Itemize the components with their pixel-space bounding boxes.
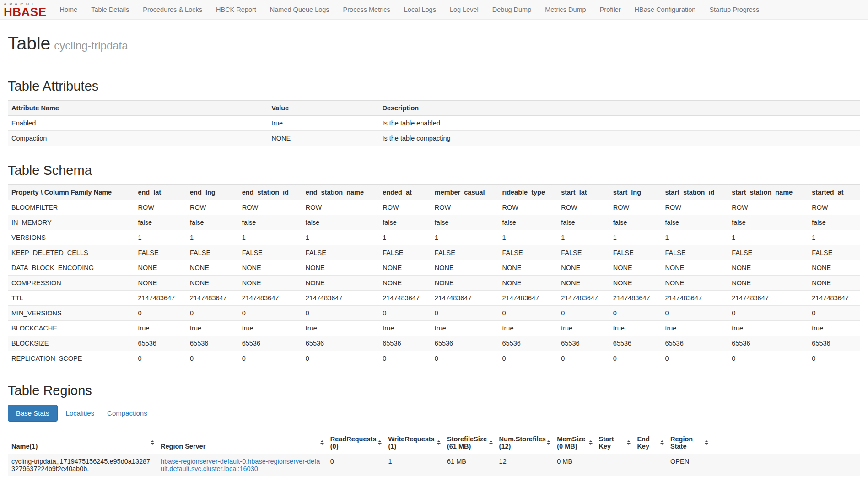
schema-value-cell: 0 bbox=[609, 306, 662, 321]
tab-base-stats[interactable]: Base Stats bbox=[8, 405, 58, 422]
schema-value-cell: 2147483647 bbox=[379, 291, 431, 306]
schema-value-cell: NONE bbox=[186, 260, 238, 276]
schema-value-cell: NONE bbox=[431, 260, 499, 276]
sort-up-arrow bbox=[320, 440, 324, 442]
regions-col-writerequests-1[interactable]: WriteRequests (1) bbox=[384, 432, 443, 454]
schema-row-blockcache: BLOCKCACHEtruetruetruetruetruetruetruetr… bbox=[8, 321, 860, 336]
attribute-name-cell: Compaction bbox=[8, 131, 268, 146]
schema-value-cell: ROW bbox=[808, 200, 860, 215]
regions-col-end-key[interactable]: End Key bbox=[633, 432, 667, 454]
schema-row-compression: COMPRESSIONNONENONENONENONENONENONENONEN… bbox=[8, 276, 860, 291]
nav-item-table-details[interactable]: Table Details bbox=[84, 0, 136, 19]
nav-item-startup-progress[interactable]: Startup Progress bbox=[702, 0, 766, 19]
schema-property-cell: DATA_BLOCK_ENCODING bbox=[8, 260, 134, 276]
schema-value-cell: 0 bbox=[431, 306, 499, 321]
schema-col-start-station-name: start_station_name bbox=[728, 185, 808, 200]
schema-value-cell: 0 bbox=[186, 306, 238, 321]
regions-table: Name(1)Region ServerReadRequests (0)Writ… bbox=[8, 432, 860, 476]
sort-down-arrow bbox=[660, 443, 664, 445]
region-server-link[interactable]: hbase-regionserver-default-0.hbase-regio… bbox=[161, 458, 320, 472]
schema-value-cell: 0 bbox=[238, 351, 302, 366]
schema-value-cell: 0 bbox=[379, 351, 431, 366]
schema-col-member-casual: member_casual bbox=[431, 185, 499, 200]
regions-col-storefilesize-61-mb[interactable]: StorefileSize (61 MB) bbox=[443, 432, 496, 454]
schema-value-cell: NONE bbox=[499, 276, 558, 291]
nav-item-debug-dump[interactable]: Debug Dump bbox=[485, 0, 538, 19]
sort-up-arrow bbox=[547, 440, 550, 442]
nav-item-metrics-dump[interactable]: Metrics Dump bbox=[538, 0, 593, 19]
region-filler-cell bbox=[711, 454, 860, 477]
nav-item-process-metrics[interactable]: Process Metrics bbox=[336, 0, 397, 19]
schema-value-cell: ROW bbox=[431, 200, 499, 215]
logo-hbase-text: HBASE bbox=[4, 6, 47, 18]
schema-value-cell: FALSE bbox=[499, 245, 558, 260]
schema-col-start-lat: start_lat bbox=[557, 185, 609, 200]
schema-value-cell: 2147483647 bbox=[302, 291, 379, 306]
schema-value-cell: 1 bbox=[728, 230, 808, 245]
schema-value-cell: FALSE bbox=[302, 245, 379, 260]
schema-row-bloomfilter: BLOOMFILTERROWROWROWROWROWROWROWROWROWRO… bbox=[8, 200, 860, 215]
nav-item-profiler[interactable]: Profiler bbox=[593, 0, 628, 19]
schema-value-cell: 0 bbox=[379, 306, 431, 321]
sort-up-arrow bbox=[489, 440, 493, 442]
tab-compactions[interactable]: Compactions bbox=[107, 409, 147, 417]
region-start-key-cell bbox=[595, 454, 634, 477]
schema-value-cell: true bbox=[134, 321, 186, 336]
schema-value-cell: 1 bbox=[431, 230, 499, 245]
schema-value-cell: false bbox=[609, 215, 662, 230]
schema-property-cell: IN_MEMORY bbox=[8, 215, 134, 230]
schema-value-cell: ROW bbox=[499, 200, 558, 215]
schema-value-cell: ROW bbox=[238, 200, 302, 215]
schema-value-cell: 0 bbox=[302, 306, 379, 321]
schema-value-cell: false bbox=[134, 215, 186, 230]
schema-value-cell: 0 bbox=[609, 351, 662, 366]
regions-col-label: ReadRequests (0) bbox=[330, 435, 377, 450]
nav-item-home[interactable]: Home bbox=[53, 0, 85, 19]
schema-row-min-versions: MIN_VERSIONS000000000000 bbox=[8, 306, 860, 321]
sort-down-arrow bbox=[151, 443, 154, 445]
schema-value-cell: true bbox=[808, 321, 860, 336]
schema-value-cell: 1 bbox=[134, 230, 186, 245]
schema-value-cell: true bbox=[302, 321, 379, 336]
schema-value-cell: NONE bbox=[379, 260, 431, 276]
schema-value-cell: 0 bbox=[661, 351, 728, 366]
nav-item-hbck-report[interactable]: HBCK Report bbox=[209, 0, 263, 19]
nav-item-local-logs[interactable]: Local Logs bbox=[397, 0, 443, 19]
schema-value-cell: NONE bbox=[728, 276, 808, 291]
nav-item-log-level[interactable]: Log Level bbox=[443, 0, 485, 19]
nav-item-named-queue-logs[interactable]: Named Queue Logs bbox=[263, 0, 336, 19]
tab-localities[interactable]: Localities bbox=[66, 409, 95, 417]
schema-value-cell: NONE bbox=[557, 276, 609, 291]
regions-col-num-storefiles-12[interactable]: Num.Storefiles (12) bbox=[496, 432, 554, 454]
schema-value-cell: false bbox=[302, 215, 379, 230]
regions-col-name-1[interactable]: Name(1) bbox=[8, 432, 157, 454]
regions-col-readrequests-0[interactable]: ReadRequests (0) bbox=[327, 432, 385, 454]
schema-row-keep-deleted-cells: KEEP_DELETED_CELLSFALSEFALSEFALSEFALSEFA… bbox=[8, 245, 860, 260]
schema-value-cell: ROW bbox=[661, 200, 728, 215]
region-storefile-size-cell: 61 MB bbox=[443, 454, 496, 477]
schema-value-cell: true bbox=[661, 321, 728, 336]
regions-col-label: StorefileSize (61 MB) bbox=[447, 435, 487, 450]
regions-col-start-key[interactable]: Start Key bbox=[595, 432, 634, 454]
nav-menu: HomeTable DetailsProcedures & LocksHBCK … bbox=[53, 0, 766, 19]
schema-value-cell: FALSE bbox=[431, 245, 499, 260]
hbase-logo[interactable]: APACHE HBASE bbox=[4, 1, 47, 18]
schema-value-cell: true bbox=[557, 321, 609, 336]
schema-value-cell: 65536 bbox=[134, 336, 186, 351]
schema-value-cell: 0 bbox=[302, 351, 379, 366]
regions-col-memsize-0-mb[interactable]: MemSize (0 MB) bbox=[553, 432, 595, 454]
regions-col-label: WriteRequests (1) bbox=[388, 435, 434, 450]
regions-col-region-state[interactable]: Region State bbox=[667, 432, 711, 454]
regions-col-label: Num.Storefiles (12) bbox=[499, 435, 546, 450]
schema-value-cell: ROW bbox=[609, 200, 662, 215]
nav-item-procedures-locks[interactable]: Procedures & Locks bbox=[136, 0, 209, 19]
schema-value-cell: 0 bbox=[499, 351, 558, 366]
schema-value-cell: NONE bbox=[557, 260, 609, 276]
regions-col-label: End Key bbox=[637, 435, 649, 450]
schema-col-end-lat: end_lat bbox=[134, 185, 186, 200]
nav-item-hbase-configuration[interactable]: HBase Configuration bbox=[628, 0, 703, 19]
schema-value-cell: 0 bbox=[557, 306, 609, 321]
schema-value-cell: 0 bbox=[238, 306, 302, 321]
attributes-col-description: Description bbox=[378, 101, 860, 116]
regions-col-region-server[interactable]: Region Server bbox=[157, 432, 327, 454]
